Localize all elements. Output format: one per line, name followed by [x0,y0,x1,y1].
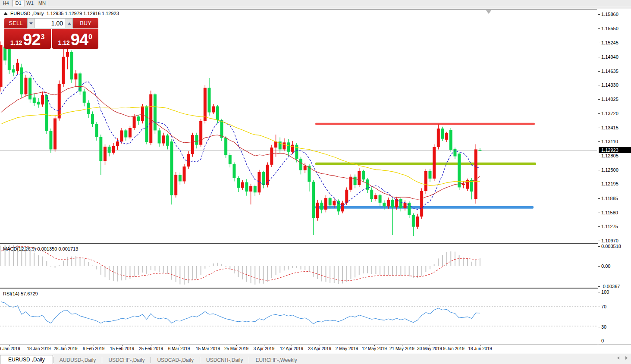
date-axis-label: 12 May 2019 [362,346,387,351]
rsi-label: RSI(14) 57.6729 [3,291,38,296]
moving-average-8 [1,72,480,209]
date-axis-label: 23 Apr 2019 [308,346,331,351]
price-axis-label-tick [598,170,600,170]
panel-separator[interactable] [0,243,631,244]
trading-platform-window: { "timeframe_tabs": { "items": [ {"label… [0,0,631,364]
macd-panel[interactable]: MACD(12,26,9) 0.001350 0.001713 [0,244,597,288]
price-axis-label: 1.14330 [601,82,618,88]
price-axis[interactable]: 1.158601.155501.152451.149401.146351.143… [598,9,631,345]
date-axis-label: 30 May 2019 [417,346,442,351]
symbol-tab-usdchf[interactable]: USDCHF-,Daily [102,356,151,364]
price-axis-label-tick [598,141,600,142]
moving-average-21 [1,86,480,199]
price-axis-label: 1.15550 [601,26,618,31]
sell-button[interactable]: SELL [4,18,27,28]
date-axis-label: 6 Mar 2019 [168,346,190,351]
symbol-tab-eurusd[interactable]: EURUSD-,Daily [0,355,53,364]
price-axis-label-tick [598,57,600,57]
macd-axis-label: -0.00367 [601,284,620,289]
rsi-chart[interactable] [0,289,597,345]
price-axis-label: 1.11275 [601,224,618,229]
price-axis-label-tick [598,241,600,241]
timeframe-tab-mn[interactable]: MN [36,0,48,6]
symbol-tab-audusd[interactable]: AUDUSD-,Daily [53,356,102,364]
timeframe-tab-d1[interactable]: D1 [12,0,25,6]
price-axis-label-tick [598,226,600,227]
price-axis-label: 1.11580 [601,210,618,215]
buy-button[interactable]: BUY [73,18,98,28]
chart-quote-ohlc: 1.12935 1.12979 1.12916 1.12923 [47,11,119,16]
buy-price-box[interactable]: 1.12 94 0 [52,29,99,49]
buy-price-pipette: 0 [88,29,92,45]
rsi-axis-label: 70 [601,304,606,309]
price-axis-label: 1.10970 [601,238,618,243]
price-axis-label-tick [598,99,600,100]
symbol-tab-usdcnh[interactable]: USDCNH-,Daily [200,356,249,364]
date-axis-label: 15 Mar 2019 [196,346,220,351]
volume-increase-stepper[interactable] [66,18,73,28]
rsi-axis-label-tick [598,341,600,341]
macd-axis-label-tick [598,286,600,287]
sell-price-big: 92 [23,32,40,47]
scroll-left-icon[interactable] [617,356,619,360]
sell-price-box[interactable]: 1.12 92 3 [4,29,51,49]
price-axis-label: 1.12195 [601,181,618,186]
level-line-pivot [315,163,536,165]
panel-separator[interactable] [0,288,631,289]
date-axis-label: 25 Mar 2019 [224,346,248,351]
price-axis-label-tick [598,71,600,72]
sell-price-pipette: 3 [41,29,45,45]
date-axis-label: 18 Jun 2019 [468,346,492,351]
spinner-up-icon [68,22,71,25]
date-axis-label: 2 May 2019 [336,346,358,351]
date-axis-label: 6 Feb 2019 [83,346,105,351]
buy-price-big: 94 [71,32,88,47]
symbol-tab-bar: EURUSD-,DailyAUDUSD-,DailyUSDCHF-,DailyU… [0,353,631,364]
price-axis-label: 1.13415 [601,125,618,130]
rsi-panel[interactable]: RSI(14) 57.6729 [0,289,597,345]
symbol-tab-eurchf[interactable]: EURCHF-,Weekly [249,356,303,364]
chart-symbol-label: EURUSD-,Daily [10,11,44,16]
date-axis-label: 18 Jan 2019 [27,346,50,351]
price-axis-label: 1.14635 [601,69,618,74]
chart-title: EURUSD-,Daily 1.12935 1.12979 1.12916 1.… [3,11,119,16]
symbol-tab-usdcad[interactable]: USDCAD-,Daily [151,356,200,364]
macd-axis-label: 0.003518 [601,244,621,249]
date-axis-label: 21 May 2019 [389,346,414,351]
level-line-support [315,206,534,209]
macd-signal-line [1,246,480,281]
collapse-arrow-icon[interactable] [3,12,8,15]
price-axis-label-tick [598,14,600,15]
timeframe-toolbar: H4 D1 W1 MN [0,0,631,7]
moving-average-50 [1,107,480,185]
price-axis-label: 1.13110 [601,139,618,144]
macd-axis-label-tick [598,266,600,267]
date-axis[interactable]: 9 Jan 201918 Jan 201928 Jan 20196 Feb 20… [0,345,631,352]
price-axis-label-tick [598,28,600,29]
volume-input[interactable] [35,18,66,28]
price-axis-label-tick [598,198,600,199]
chart-shift-marker-icon[interactable] [486,10,491,14]
timeframe-tab-h4[interactable]: H4 [0,0,12,6]
date-axis-label: 25 Feb 2019 [139,346,163,351]
level-line-resistance [315,123,535,125]
price-axis-label: 1.12805 [601,153,618,158]
spinner-down-icon [29,22,33,25]
macd-chart[interactable] [0,244,597,288]
rsi-axis-label-tick [598,307,600,307]
rsi-line [1,302,480,324]
price-axis-label-tick [598,156,600,156]
date-axis-label: 28 Jan 2019 [53,346,77,351]
price-axis-label: 1.13720 [601,111,618,116]
date-axis-label: 12 Apr 2019 [280,346,303,351]
sell-price-prefix: 1.12 [10,38,22,47]
price-axis-label: 1.14940 [601,54,618,60]
price-axis-label-tick [598,128,600,128]
price-axis-label-tick [598,113,600,114]
timeframe-tab-w1[interactable]: W1 [24,0,36,6]
scroll-right-icon[interactable] [625,356,628,360]
current-price-tag: 1.12923 [599,147,631,153]
rsi-axis-label: 0 [601,338,604,343]
price-axis-label-tick [598,43,600,43]
volume-decrease-stepper[interactable] [27,18,35,28]
